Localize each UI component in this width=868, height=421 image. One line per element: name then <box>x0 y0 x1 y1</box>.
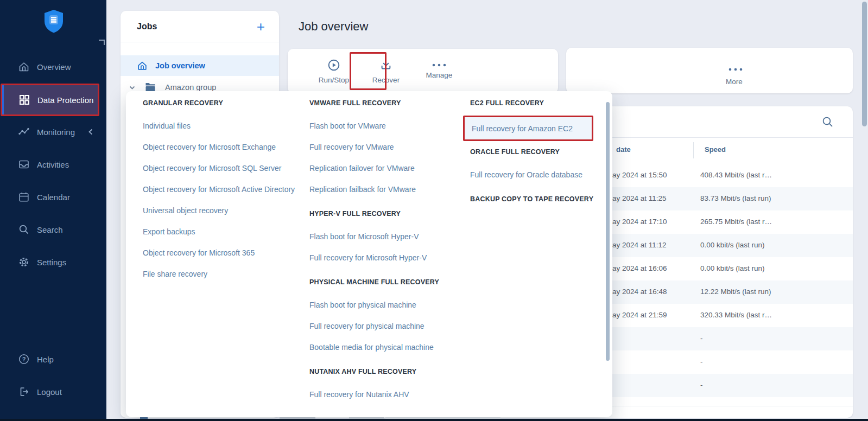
sidebar-item-label: Data Protection <box>37 95 93 105</box>
recover-menu-column-cloud: EC2 FULL RECOVERY Full recovery for Amaz… <box>470 91 606 211</box>
recover-dropdown-menu: GRANULAR RECOVERY Individual files Objec… <box>126 91 612 417</box>
menu-item-individual-files[interactable]: Individual files <box>143 115 301 136</box>
sidebar-item-label: Monitoring <box>37 127 75 137</box>
menu-item-universal-object-recovery[interactable]: Universal object recovery <box>143 200 301 221</box>
sidebar-item-help[interactable]: ? Help <box>0 349 106 369</box>
menu-section-title: NUTANIX AHV FULL RECOVERY <box>309 367 464 376</box>
menu-item-full-recovery-physical-machine[interactable]: Full recovery for physical machine <box>309 315 464 336</box>
page-scrollbar-thumb[interactable] <box>862 2 867 126</box>
dropdown-scrollbar-thumb[interactable] <box>606 102 610 361</box>
menu-item-flash-boot-vmware[interactable]: Flash boot for VMware <box>309 115 464 136</box>
cell-speed: 0.00 kbit/s (last run) <box>700 264 765 272</box>
menu-item-bootable-media-physical-machine[interactable]: Bootable media for physical machine <box>309 336 464 358</box>
sidebar-item-activities[interactable]: Activities <box>0 154 106 175</box>
menu-section-ec2-full-recovery: EC2 FULL RECOVERY Full recovery for Amaz… <box>470 99 606 141</box>
ellipsis-icon <box>432 63 447 67</box>
question-circle-icon: ? <box>18 353 30 365</box>
menu-section-title: EC2 FULL RECOVERY <box>470 99 606 107</box>
menu-section-title: ORACLE FULL RECOVERY <box>470 148 606 156</box>
recover-menu-column-virtual: VMWARE FULL RECOVERY Flash boot for VMwa… <box>309 91 464 405</box>
sidebar-item-label: Calendar <box>37 193 70 202</box>
menu-section-oracle-full-recovery: ORACLE FULL RECOVERY Full recovery for O… <box>470 148 606 185</box>
menu-item-object-recovery-active-directory[interactable]: Object recovery for Microsoft Active Dir… <box>143 178 301 200</box>
toolbar: Run/Stop Recover Manage <box>288 49 558 93</box>
calendar-icon <box>18 191 30 203</box>
more-label: More <box>726 78 743 86</box>
sidebar-item-label: Activities <box>37 160 69 169</box>
menu-item-replication-failback-vmware[interactable]: Replication failback for VMware <box>309 178 464 200</box>
play-circle-icon <box>327 58 341 72</box>
sidebar-item-search[interactable]: Search <box>0 219 106 240</box>
chevron-left-icon[interactable] <box>87 128 93 136</box>
page-title: Job overview <box>299 20 368 34</box>
run-stop-label: Run/Stop <box>319 76 349 84</box>
column-header-date[interactable]: date <box>616 145 631 154</box>
menu-section-granular-recovery: GRANULAR RECOVERY Individual files Objec… <box>143 99 301 284</box>
menu-item-full-recovery-amazon-ec2[interactable]: Full recovery for Amazon EC2 <box>463 116 593 141</box>
cell-date: ay 2024 at 11:25 <box>612 194 667 202</box>
grid-icon <box>18 94 30 106</box>
sidebar-collapse-handle[interactable] <box>99 40 105 45</box>
sidebar-item-label: Search <box>37 225 63 234</box>
cell-speed: 0.00 kbit/s (last run) <box>700 241 765 249</box>
recover-menu-column-granular: GRANULAR RECOVERY Individual files Objec… <box>143 91 301 284</box>
menu-item-object-recovery-sql-server[interactable]: Object recovery for Microsoft SQL Server <box>143 157 301 178</box>
menu-item-file-share-recovery[interactable]: File share recovery <box>143 263 301 284</box>
manage-button[interactable]: Manage <box>416 54 462 88</box>
menu-section-physical-machine-full-recovery: PHYSICAL MACHINE FULL RECOVERY Flash boo… <box>309 278 464 358</box>
cell-date: ay 2024 at 16:48 <box>612 288 667 296</box>
menu-section-title: GRANULAR RECOVERY <box>143 99 301 107</box>
cell-date: ay 2024 at 17:10 <box>612 218 667 226</box>
svg-text:?: ? <box>22 356 26 362</box>
recover-button[interactable]: Recover <box>363 54 409 88</box>
sidebar-item-label: Overview <box>37 62 71 72</box>
manage-label: Manage <box>426 71 453 79</box>
menu-item-full-recovery-hyper-v[interactable]: Full recovery for Microsoft Hyper-V <box>309 247 464 268</box>
column-header-speed[interactable]: Speed <box>705 145 726 154</box>
menu-item-object-recovery-exchange[interactable]: Object recovery for Microsoft Exchange <box>143 136 301 157</box>
sidebar-item-overview[interactable]: Overview <box>0 56 106 77</box>
sidebar-item-calendar[interactable]: Calendar <box>0 187 106 207</box>
menu-section-title: PHYSICAL MACHINE FULL RECOVERY <box>309 278 464 286</box>
menu-item-full-recovery-vmware[interactable]: Full recovery for VMware <box>309 136 464 157</box>
add-job-button[interactable]: + <box>257 20 265 34</box>
menu-item-flash-boot-physical-machine[interactable]: Flash boot for physical machine <box>309 294 464 315</box>
menu-section-title: HYPER-V FULL RECOVERY <box>309 209 464 218</box>
recover-label: Recover <box>372 76 400 84</box>
sidebar-item-monitoring[interactable]: Monitoring <box>0 122 106 142</box>
sidebar-item-logout[interactable]: Logout <box>0 381 106 402</box>
menu-section-title: BACKUP COPY TO TAPE RECOVERY <box>470 195 606 203</box>
stats-more-button[interactable]: More <box>722 59 760 86</box>
menu-item-object-recovery-microsoft-365[interactable]: Object recovery for Microsoft 365 <box>143 242 301 263</box>
chevron-down-icon[interactable] <box>128 84 136 92</box>
line-chart-icon <box>18 126 30 138</box>
menu-item-full-recovery-oracle-database[interactable]: Full recovery for Oracle database <box>470 164 606 185</box>
house-icon <box>137 60 148 71</box>
menu-section-hyper-v-full-recovery: HYPER-V FULL RECOVERY Flash boot for Mic… <box>309 209 464 268</box>
column-divider <box>693 142 694 158</box>
tree-item-label: Job overview <box>155 61 205 70</box>
cell-date: ay 2024 at 21:59 <box>612 311 667 319</box>
menu-item-export-backups[interactable]: Export backups <box>143 221 301 242</box>
menu-section-title: VMWARE FULL RECOVERY <box>309 99 464 107</box>
table-search-icon[interactable] <box>821 116 834 131</box>
cell-speed: - <box>700 334 703 342</box>
menu-section-backup-copy-to-tape-recovery: BACKUP COPY TO TAPE RECOVERY <box>470 195 606 203</box>
tree-item-job-overview[interactable]: Job overview <box>121 55 279 76</box>
cell-speed: 83.73 Mbit/s (last run) <box>700 194 771 202</box>
sidebar-item-settings[interactable]: Settings <box>0 252 106 272</box>
menu-item-full-recovery-nutanix-ahv[interactable]: Full recovery for Nutanix AHV <box>309 384 464 405</box>
sidebar-item-data-protection[interactable]: Data Protection <box>1 84 99 116</box>
jobs-panel-header: Jobs + <box>121 11 279 42</box>
gear-icon <box>18 256 30 268</box>
cell-speed: 320.33 Mbit/s (last r… <box>700 311 772 319</box>
run-stop-button[interactable]: Run/Stop <box>311 54 357 88</box>
cell-speed: 265.75 Mbit/s (last r… <box>700 218 772 226</box>
cell-speed: - <box>700 358 703 366</box>
cell-date: ay 2024 at 11:12 <box>612 241 667 249</box>
menu-item-flash-boot-hyper-v[interactable]: Flash boot for Microsoft Hyper-V <box>309 226 464 247</box>
search-icon <box>18 224 30 235</box>
download-tray-icon <box>379 58 393 72</box>
menu-item-replication-failover-vmware[interactable]: Replication failover for VMware <box>309 157 464 178</box>
stats-card: 0 Issues 16 Jobs 0 Running <box>566 48 853 93</box>
